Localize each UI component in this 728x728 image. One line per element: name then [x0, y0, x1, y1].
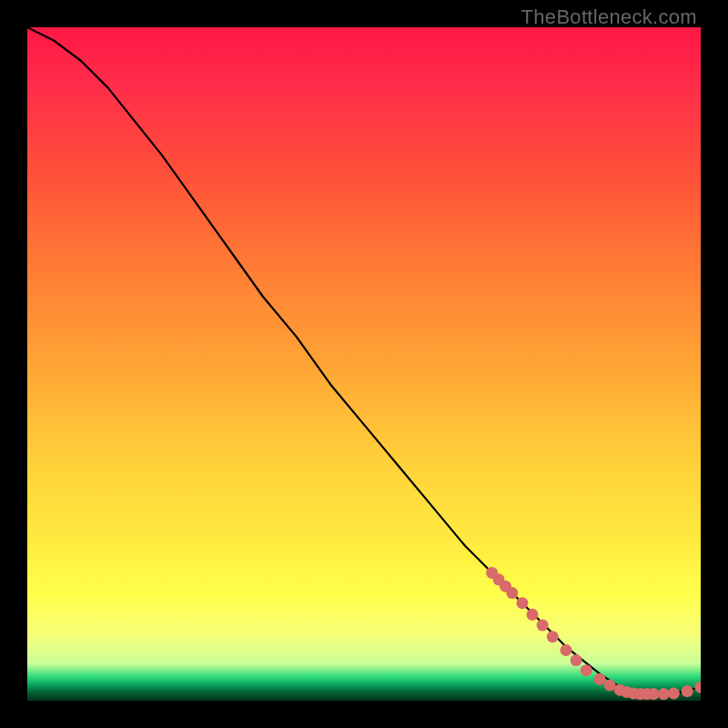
watermark-text: TheBottleneck.com — [521, 5, 697, 29]
chart-frame: TheBottleneck.com — [0, 0, 728, 728]
plot-background — [27, 27, 701, 701]
